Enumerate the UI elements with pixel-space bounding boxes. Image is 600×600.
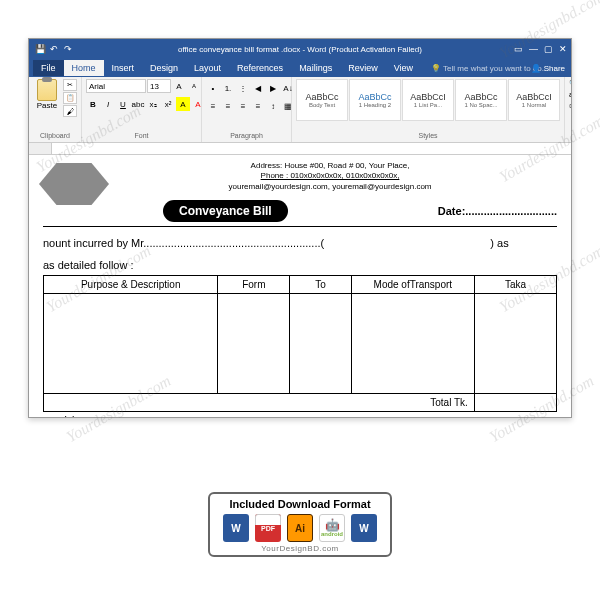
address-line: Address: House #00, Road # 00, Your Plac… <box>103 161 557 171</box>
tab-layout[interactable]: Layout <box>186 60 229 76</box>
font-group-label: Font <box>86 132 197 140</box>
logo-placeholder-icon <box>39 163 109 205</box>
paragraph-group-label: Paragraph <box>206 132 287 140</box>
bill-table: Purpose & Description Form To Mode ofTra… <box>43 275 557 412</box>
superscript-button[interactable]: x² <box>161 97 175 111</box>
styles-group-label: Styles <box>296 132 560 140</box>
editing-group-label: Editing <box>569 132 572 140</box>
decrease-indent-button[interactable]: ◀ <box>251 81 265 95</box>
style-heading-2[interactable]: AaBbCc1 Heading 2 <box>349 79 401 121</box>
font-size-select[interactable]: 13 <box>147 79 171 93</box>
cut-button[interactable]: ✂ <box>63 79 77 91</box>
replace-button[interactable]: ab Replace <box>569 90 572 99</box>
col-mode: Mode ofTransport <box>351 276 474 294</box>
highlight-button[interactable]: A <box>176 97 190 111</box>
title-bar: 💾 ↶ ↷ office conveyance bill format .doc… <box>29 39 571 59</box>
phone-line: Phone : 010x0x0x0x0x, 010x0x0x0x0x, <box>103 171 557 181</box>
word-icon-2: W <box>351 514 377 542</box>
detailed-line: as detailed follow : <box>43 259 557 271</box>
email-line: youremail@yourdesign.com, youremail@your… <box>103 182 557 192</box>
underline-button[interactable]: U <box>116 97 130 111</box>
clipboard-icon <box>37 79 57 101</box>
increase-indent-button[interactable]: ▶ <box>266 81 280 95</box>
clipboard-group-label: Clipboard <box>33 132 77 140</box>
copy-button[interactable]: 📋 <box>63 92 77 104</box>
multilevel-button[interactable]: ⋮ <box>236 81 250 95</box>
italic-button[interactable]: I <box>101 97 115 111</box>
total-label: Total Tk. <box>44 394 475 412</box>
ribbon: Paste ✂ 📋 🖌 Clipboard Arial 13 A A <box>29 77 571 143</box>
style-normal[interactable]: AaBbCcI1 Normal <box>508 79 560 121</box>
date-label: Date:.............................. <box>438 205 557 217</box>
document-area[interactable]: Address: House #00, Road # 00, Your Plac… <box>29 155 571 418</box>
justify-button[interactable]: ≡ <box>251 99 265 113</box>
find-button[interactable]: 🔍 Find <box>569 79 572 88</box>
download-title: Included Download Format <box>216 498 384 510</box>
col-form: Form <box>218 276 290 294</box>
tab-view[interactable]: View <box>386 60 421 76</box>
doc-header: Address: House #00, Road # 00, Your Plac… <box>103 161 557 192</box>
download-subtitle: YourDesignBD.com <box>216 544 384 553</box>
minimize-icon[interactable]: — <box>529 44 538 54</box>
align-left-button[interactable]: ≡ <box>206 99 220 113</box>
increase-font-button[interactable]: A <box>172 79 186 93</box>
bold-button[interactable]: B <box>86 97 100 111</box>
incurred-line: nount incurred by Mr....................… <box>43 237 557 249</box>
tab-insert[interactable]: Insert <box>104 60 143 76</box>
line-spacing-button[interactable]: ↕ <box>266 99 280 113</box>
ai-icon: Ai <box>287 514 313 542</box>
col-to: To <box>290 276 352 294</box>
pdf-icon: PDF <box>255 514 281 542</box>
ruler[interactable] <box>29 143 571 155</box>
word-icon: W <box>223 514 249 542</box>
words-line: words)__________________________________… <box>43 414 557 418</box>
align-right-button[interactable]: ≡ <box>236 99 250 113</box>
tab-bar: File Home Insert Design Layout Reference… <box>29 59 571 77</box>
align-center-button[interactable]: ≡ <box>221 99 235 113</box>
android-icon: 🤖android <box>319 514 345 542</box>
numbering-button[interactable]: 1. <box>221 81 235 95</box>
style-body-text[interactable]: AaBbCcBody Text <box>296 79 348 121</box>
style-no-spacing[interactable]: AaBbCc1 No Spac... <box>455 79 507 121</box>
maximize-icon[interactable]: ▢ <box>544 44 553 54</box>
share-button[interactable]: 👤 Share <box>531 64 565 73</box>
subscript-button[interactable]: x₂ <box>146 97 160 111</box>
tab-file[interactable]: File <box>33 60 64 76</box>
download-format-box: Included Download Format W PDF Ai 🤖andro… <box>208 492 392 557</box>
paste-label: Paste <box>37 101 57 110</box>
tab-references[interactable]: References <box>229 60 291 76</box>
format-painter-button[interactable]: 🖌 <box>63 105 77 117</box>
col-taka: Taka <box>474 276 556 294</box>
tab-design[interactable]: Design <box>142 60 186 76</box>
style-list-para[interactable]: AaBbCcI1 List Pa... <box>402 79 454 121</box>
col-purpose: Purpose & Description <box>44 276 218 294</box>
tab-home[interactable]: Home <box>64 60 104 76</box>
decrease-font-button[interactable]: A <box>187 79 201 93</box>
select-button[interactable]: ▭ Select <box>569 101 572 110</box>
window-title: office conveyance bill format .docx - Wo… <box>29 45 571 54</box>
close-icon[interactable]: ✕ <box>559 44 567 54</box>
word-window: 💾 ↶ ↷ office conveyance bill format .doc… <box>28 38 572 418</box>
font-name-select[interactable]: Arial <box>86 79 146 93</box>
table-row <box>44 294 557 394</box>
total-row: Total Tk. <box>44 394 557 412</box>
conveyance-bill-badge: Conveyance Bill <box>163 200 288 222</box>
strike-button[interactable]: abc <box>131 97 145 111</box>
ribbon-options-icon[interactable]: ▭ <box>514 44 523 54</box>
tab-review[interactable]: Review <box>340 60 386 76</box>
bullets-button[interactable]: • <box>206 81 220 95</box>
paste-button[interactable]: Paste <box>33 79 61 110</box>
tab-mailings[interactable]: Mailings <box>291 60 340 76</box>
